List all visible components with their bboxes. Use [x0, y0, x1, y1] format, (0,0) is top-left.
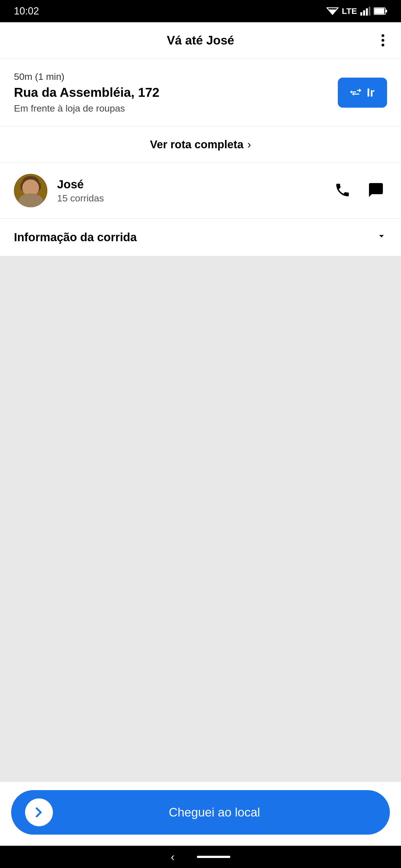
- navigation-card: 50m (1 min) Rua da Assembléia, 172 Em fr…: [0, 59, 401, 127]
- dot1: [381, 34, 384, 37]
- phone-icon: [334, 182, 351, 198]
- bottom-button-container: Cheguei ao local: [0, 782, 401, 846]
- arrived-button-label: Cheguei ao local: [53, 805, 376, 819]
- passenger-rides: 15 corridas: [57, 193, 322, 204]
- status-time: 10:02: [14, 5, 39, 17]
- dot2: [381, 39, 384, 42]
- svg-rect-2: [360, 12, 362, 16]
- arrived-button[interactable]: Cheguei ao local: [11, 790, 390, 835]
- svg-rect-8: [386, 10, 387, 12]
- svg-point-15: [32, 186, 35, 189]
- passenger-actions: [332, 179, 387, 202]
- navigation-info: 50m (1 min) Rua da Assembléia, 172 Em fr…: [14, 71, 330, 114]
- nav-distance: 50m (1 min): [14, 71, 330, 82]
- call-button[interactable]: [332, 179, 354, 202]
- svg-point-16: [25, 191, 37, 198]
- passenger-info: José 15 corridas: [57, 178, 322, 204]
- svg-point-11: [22, 176, 39, 187]
- svg-rect-7: [374, 8, 384, 14]
- route-link[interactable]: Ver rota completa ›: [0, 127, 401, 163]
- route-link-arrow-icon: ›: [247, 138, 251, 151]
- battery-icon: [374, 7, 387, 15]
- nav-description: Em frente à loja de roupas: [14, 103, 330, 114]
- home-indicator: [197, 856, 230, 858]
- message-button[interactable]: [365, 179, 387, 202]
- bottom-nav: ‹: [0, 846, 401, 868]
- nav-address: Rua da Assembléia, 172: [14, 85, 330, 100]
- passenger-card: José 15 corridas: [0, 163, 401, 219]
- more-options-button[interactable]: [379, 31, 387, 49]
- app-container: Vá até José 50m (1 min) Rua da Assembléi…: [0, 22, 401, 846]
- svg-point-13: [34, 181, 41, 191]
- svg-point-12: [20, 181, 27, 191]
- avatar-image: [14, 174, 47, 207]
- back-button[interactable]: ‹: [171, 851, 174, 863]
- chevron-down-icon: [376, 230, 387, 244]
- header: Vá até José: [0, 22, 401, 59]
- arrived-button-icon: [25, 799, 53, 826]
- wifi-icon: [326, 7, 339, 16]
- dot3: [381, 44, 384, 46]
- route-link-text: Ver rota completa: [150, 138, 244, 151]
- svg-point-10: [22, 180, 39, 196]
- go-button[interactable]: Ir: [338, 78, 387, 108]
- svg-point-14: [26, 186, 29, 189]
- status-bar: 10:02 LTE: [0, 0, 401, 22]
- svg-rect-4: [366, 8, 368, 16]
- svg-rect-3: [363, 10, 365, 16]
- status-icons: LTE: [326, 6, 387, 16]
- ride-info-title: Informação da corrida: [14, 230, 137, 244]
- go-button-label: Ir: [367, 86, 375, 99]
- lte-label: LTE: [342, 6, 357, 16]
- route-icon: [350, 86, 363, 99]
- passenger-avatar: [14, 174, 47, 207]
- map-area: [0, 256, 401, 782]
- passenger-name: José: [57, 178, 322, 191]
- svg-point-17: [20, 197, 41, 207]
- arrow-right-icon: [32, 805, 46, 819]
- avatar-svg: [14, 174, 47, 207]
- svg-marker-0: [328, 9, 336, 14]
- svg-rect-5: [369, 7, 370, 16]
- page-title: Vá até José: [167, 33, 234, 47]
- signal-icon: [360, 7, 370, 16]
- ride-info-section[interactable]: Informação da corrida: [0, 219, 401, 256]
- message-icon: [368, 182, 384, 198]
